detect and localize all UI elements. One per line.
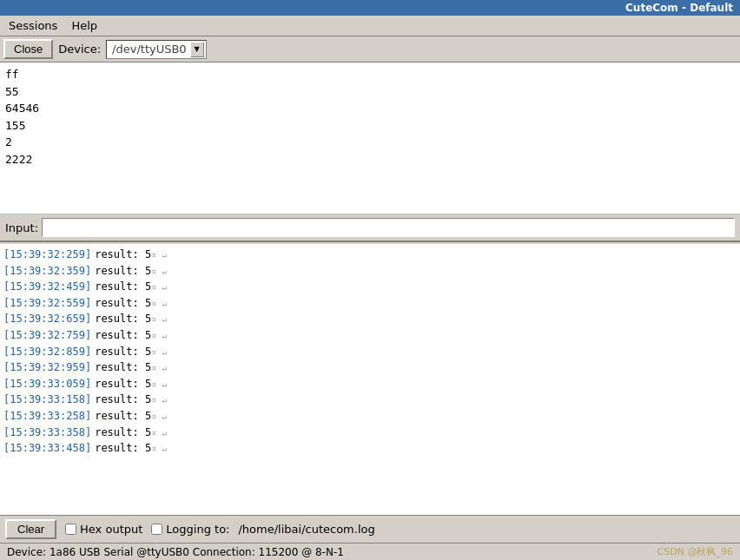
log-cr: ¤ ↵ <box>151 426 167 440</box>
log-line: [15:39:33:059]result: 5 ¤ ↵ <box>3 376 737 392</box>
input-area: Input: <box>0 214 740 241</box>
log-timestamp: [15:39:32:559] <box>3 295 91 312</box>
log-timestamp: [15:39:32:459] <box>3 279 91 295</box>
main-content: ff556454615522222 Input: [15:39:32:259]r… <box>0 63 740 515</box>
log-content: result: 5 <box>95 295 151 312</box>
log-line: [15:39:32:359]result: 5 ¤ ↵ <box>3 263 737 280</box>
log-timestamp: [15:39:32:759] <box>3 327 91 344</box>
log-timestamp: [15:39:32:859] <box>3 344 91 360</box>
log-content: result: 5 <box>95 392 151 408</box>
log-timestamp: [15:39:33:059] <box>3 376 91 392</box>
log-cr: ¤ ↵ <box>151 313 167 326</box>
output-area: ff556454615522222 <box>0 63 740 214</box>
log-cr: ¤ ↵ <box>151 329 167 343</box>
log-line: [15:39:33:358]result: 5 ¤ ↵ <box>3 425 737 441</box>
status-text: Device: 1a86 USB Serial @ttyUSB0 Connect… <box>7 546 344 558</box>
output-line: 64546 <box>5 100 735 117</box>
close-button[interactable]: Close <box>3 39 53 59</box>
log-content: result: 5 <box>95 425 151 441</box>
menu-help[interactable]: Help <box>66 17 102 34</box>
log-line: [15:39:32:459]result: 5 ¤ ↵ <box>3 279 737 295</box>
log-timestamp: [15:39:32:359] <box>3 263 91 280</box>
menu-bar: Sessions Help <box>0 16 740 36</box>
log-line: [15:39:32:559]result: 5 ¤ ↵ <box>3 295 737 312</box>
log-line: [15:39:33:458]result: 5 ¤ ↵ <box>3 440 737 457</box>
device-label: Device: <box>58 43 101 56</box>
log-content: result: 5 <box>95 279 151 295</box>
log-line: [15:39:33:258]result: 5 ¤ ↵ <box>3 408 737 425</box>
output-line: 2 <box>5 134 735 151</box>
log-cr: ¤ ↵ <box>151 297 167 311</box>
log-cr: ¤ ↵ <box>151 346 167 359</box>
log-timestamp: [15:39:32:659] <box>3 311 91 327</box>
log-content: result: 5 <box>95 359 151 376</box>
watermark: CSDN @秋枫_96 <box>657 545 733 558</box>
log-line: [15:39:33:158]result: 5 ¤ ↵ <box>3 392 737 408</box>
log-timestamp: [15:39:33:458] <box>3 440 91 457</box>
log-line: [15:39:32:759]result: 5 ¤ ↵ <box>3 327 737 344</box>
bottom-bar: Clear Hex output Logging to: /home/libai… <box>0 515 740 543</box>
log-cr: ¤ ↵ <box>151 410 167 424</box>
log-timestamp: [15:39:32:959] <box>3 359 91 376</box>
log-cr: ¤ ↵ <box>151 442 167 456</box>
hex-output-checkbox[interactable] <box>65 524 76 535</box>
menu-sessions[interactable]: Sessions <box>3 17 63 34</box>
clear-button[interactable]: Clear <box>5 519 56 539</box>
input-field[interactable] <box>42 218 735 237</box>
log-content: result: 5 <box>95 311 151 327</box>
log-content: result: 5 <box>95 440 151 457</box>
device-combo-arrow[interactable]: ▼ <box>190 42 204 57</box>
log-timestamp: [15:39:33:258] <box>3 408 91 425</box>
log-line: [15:39:32:259]result: 5 ¤ ↵ <box>3 247 737 263</box>
log-content: result: 5 <box>95 376 151 392</box>
logging-checkbox[interactable] <box>151 524 162 535</box>
log-content: result: 5 <box>95 327 151 344</box>
title-bar: CuteCom - Default <box>0 0 740 16</box>
output-line: 2222 <box>5 151 735 168</box>
output-line: 155 <box>5 117 735 135</box>
status-bar: Device: 1a86 USB Serial @ttyUSB0 Connect… <box>0 543 740 560</box>
device-combo[interactable]: /dev/ttyUSB0 ▼ <box>106 40 207 59</box>
log-content: result: 5 <box>95 344 151 360</box>
log-content: result: 5 <box>95 263 151 280</box>
log-cr: ¤ ↵ <box>151 393 167 407</box>
log-line: [15:39:32:659]result: 5 ¤ ↵ <box>3 311 737 327</box>
output-line: ff <box>5 66 735 83</box>
log-cr: ¤ ↵ <box>151 361 167 375</box>
log-content: result: 5 <box>95 408 151 425</box>
log-timestamp: [15:39:33:158] <box>3 392 91 408</box>
log-cr: ¤ ↵ <box>151 248 167 262</box>
output-line: 55 <box>5 83 735 101</box>
log-cr: ¤ ↵ <box>151 378 167 392</box>
logging-checkbox-label[interactable]: Logging to: <box>151 523 229 536</box>
log-cr: ¤ ↵ <box>151 280 167 294</box>
log-timestamp: [15:39:32:259] <box>3 247 91 263</box>
toolbar: Close Device: /dev/ttyUSB0 ▼ <box>0 36 740 63</box>
input-label: Input: <box>5 221 38 234</box>
log-cr: ¤ ↵ <box>151 265 167 279</box>
log-area: [15:39:32:259]result: 5 ¤ ↵[15:39:32:359… <box>0 245 740 515</box>
window-title: CuteCom - Default <box>625 2 733 14</box>
log-path: /home/libai/cutecom.log <box>238 523 374 536</box>
log-line: [15:39:32:959]result: 5 ¤ ↵ <box>3 359 737 376</box>
log-line: [15:39:32:859]result: 5 ¤ ↵ <box>3 344 737 360</box>
log-content: result: 5 <box>95 247 151 263</box>
log-timestamp: [15:39:33:358] <box>3 425 91 441</box>
hex-output-checkbox-label[interactable]: Hex output <box>65 523 142 536</box>
